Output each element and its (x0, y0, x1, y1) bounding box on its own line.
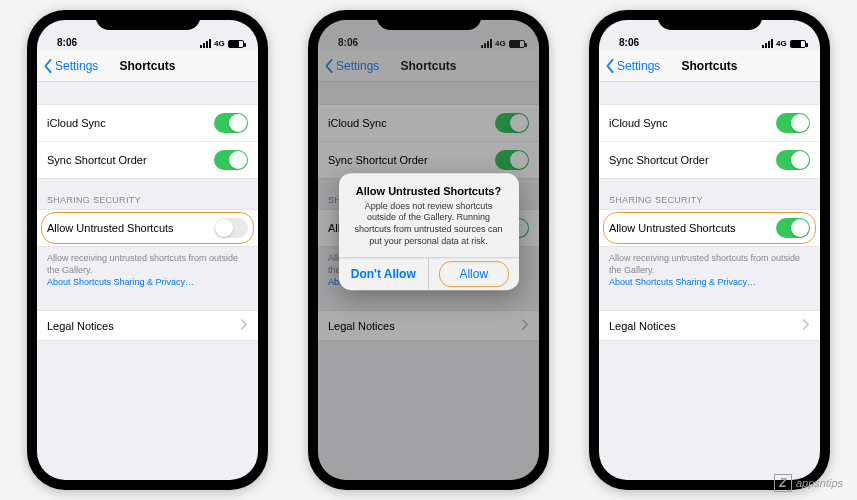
chevron-left-icon (605, 59, 615, 73)
row-allow-untrusted: Allow Untrusted Shortcuts (599, 210, 820, 246)
section-header-security: SHARING SECURITY (37, 179, 258, 209)
battery-icon (790, 40, 806, 48)
row-label: iCloud Sync (609, 117, 668, 129)
toggle-sync-order[interactable] (776, 150, 810, 170)
toggle-allow-untrusted[interactable] (776, 218, 810, 238)
alert-message: Apple does not review shortcuts outside … (351, 201, 507, 248)
screen: 8:06 4G Settings Shortcuts iCloud Sync (37, 20, 258, 480)
row-label: Sync Shortcut Order (609, 154, 709, 166)
status-network: 4G (776, 39, 787, 48)
status-time: 8:06 (619, 37, 639, 48)
row-legal-notices[interactable]: Legal Notices (37, 311, 258, 340)
nav-bar: Settings Shortcuts (37, 50, 258, 82)
back-button[interactable]: Settings (43, 59, 119, 73)
status-network: 4G (214, 39, 225, 48)
privacy-link[interactable]: About Shortcuts Sharing & Privacy… (47, 277, 194, 287)
toggle-icloud-sync[interactable] (214, 113, 248, 133)
status-time: 8:06 (57, 37, 77, 48)
alert-allow-button[interactable]: Allow (429, 258, 519, 290)
nav-bar: Settings Shortcuts (599, 50, 820, 82)
row-sync-order: Sync Shortcut Order (599, 142, 820, 178)
screen: 8:06 4G Settings Shortcuts iCloud Sync (599, 20, 820, 480)
privacy-link[interactable]: About Shortcuts Sharing & Privacy… (609, 277, 756, 287)
toggle-icloud-sync[interactable] (776, 113, 810, 133)
row-label: Sync Shortcut Order (47, 154, 147, 166)
row-allow-untrusted: Allow Untrusted Shortcuts (37, 210, 258, 246)
footer-text: Allow receiving untrusted shortcuts from… (609, 253, 800, 275)
alert-dialog: Allow Untrusted Shortcuts? Apple does no… (339, 173, 519, 291)
footer-note: Allow receiving untrusted shortcuts from… (599, 247, 820, 288)
chevron-left-icon (43, 59, 53, 73)
section-header-security: SHARING SECURITY (599, 179, 820, 209)
group-security: Allow Untrusted Shortcuts (599, 209, 820, 247)
phone-3: 8:06 4G Settings Shortcuts iCloud Sync (589, 10, 830, 490)
group-sync: iCloud Sync Sync Shortcut Order (37, 104, 258, 179)
toggle-sync-order[interactable] (214, 150, 248, 170)
notch (376, 10, 481, 30)
alert-dont-allow-button[interactable]: Don't Allow (339, 258, 430, 290)
footer-text: Allow receiving untrusted shortcuts from… (47, 253, 238, 275)
row-label: Legal Notices (47, 320, 114, 332)
notch (95, 10, 200, 30)
row-legal-notices[interactable]: Legal Notices (599, 311, 820, 340)
row-label: Allow Untrusted Shortcuts (47, 222, 174, 234)
row-label: Allow Untrusted Shortcuts (609, 222, 736, 234)
page-title: Shortcuts (119, 59, 175, 73)
signal-icon (200, 39, 211, 48)
notch (657, 10, 762, 30)
group-legal: Legal Notices (599, 310, 820, 341)
back-label: Settings (617, 59, 660, 73)
battery-icon (228, 40, 244, 48)
row-icloud-sync: iCloud Sync (37, 105, 258, 142)
chevron-right-icon (241, 319, 248, 332)
row-icloud-sync: iCloud Sync (599, 105, 820, 142)
status-right: 4G (200, 39, 244, 48)
back-label: Settings (55, 59, 98, 73)
row-label: Legal Notices (609, 320, 676, 332)
group-sync: iCloud Sync Sync Shortcut Order (599, 104, 820, 179)
footer-note: Allow receiving untrusted shortcuts from… (37, 247, 258, 288)
phone-2: 8:06 4G Settings Shortcuts iCloud Sync (308, 10, 549, 490)
page-title: Shortcuts (681, 59, 737, 73)
toggle-allow-untrusted[interactable] (214, 218, 248, 238)
phone-1: 8:06 4G Settings Shortcuts iCloud Sync (27, 10, 268, 490)
watermark-logo-icon (774, 474, 792, 492)
watermark: appsntips (774, 474, 843, 492)
group-legal: Legal Notices (37, 310, 258, 341)
chevron-right-icon (803, 319, 810, 332)
status-right: 4G (762, 39, 806, 48)
settings-content: iCloud Sync Sync Shortcut Order SHARING … (599, 104, 820, 341)
signal-icon (762, 39, 773, 48)
settings-content: iCloud Sync Sync Shortcut Order SHARING … (37, 104, 258, 341)
row-sync-order: Sync Shortcut Order (37, 142, 258, 178)
screen: 8:06 4G Settings Shortcuts iCloud Sync (318, 20, 539, 480)
group-security: Allow Untrusted Shortcuts (37, 209, 258, 247)
watermark-text: appsntips (796, 477, 843, 489)
row-label: iCloud Sync (47, 117, 106, 129)
alert-title: Allow Untrusted Shortcuts? (351, 185, 507, 197)
back-button[interactable]: Settings (605, 59, 681, 73)
